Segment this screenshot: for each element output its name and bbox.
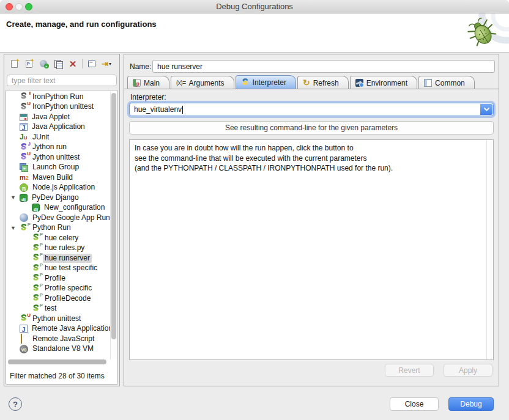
filter-status: Filter matched 28 of 30 items [10, 372, 105, 380]
revert-button[interactable]: Revert [385, 364, 434, 377]
tree-item-java-applet[interactable]: Java Applet [6, 112, 110, 122]
configurations-panel: ✦ P✦ ▸ ✕ ⇥ ▾ [4, 54, 120, 386]
tree-item-profiledecode[interactable]: P ProfileDecode [6, 293, 110, 304]
toolbar-separator [82, 59, 83, 68]
tree-item-jython-unittest[interactable]: U Jython unittest [6, 152, 110, 163]
remote-java-icon: J [20, 325, 28, 333]
java-application-icon: J [20, 123, 28, 131]
expander-icon[interactable]: ▼ [10, 194, 16, 201]
tab-refresh[interactable]: ↻ Refresh [297, 76, 349, 89]
interpreter-tab-icon [241, 78, 250, 87]
tree-item-profile-specific[interactable]: P Profile specific [6, 284, 110, 294]
apply-button[interactable]: Apply [444, 364, 492, 377]
title-bar: Debug Configurations [0, 0, 509, 13]
tree-item-python-unittest[interactable]: U Python unittest [6, 314, 110, 324]
chevron-down-icon [484, 108, 489, 111]
tree-item-remote-java-application[interactable]: J Remote Java Application [6, 324, 110, 334]
expander-icon[interactable]: ▼ [10, 225, 16, 231]
tree-item-hue-celery[interactable]: P hue celery [6, 233, 110, 243]
delete-icon: ✕ [69, 59, 77, 68]
tree-item-pydev-google-app-run[interactable]: PyDev Google App Run [6, 213, 110, 223]
nodejs-icon: n [20, 183, 28, 192]
tree-item-ironpython-run[interactable]: I IronPython Run [6, 92, 110, 102]
export-configurations-button[interactable]: ▸ [36, 57, 51, 70]
collapse-all-button[interactable] [84, 57, 99, 70]
configuration-detail-panel: Name: p Main (x)= Arguments Interpreter … [124, 54, 499, 386]
filter-configurations-button[interactable]: ⇥ ▾ [99, 57, 114, 70]
new-configuration-button[interactable]: ✦ [7, 57, 21, 70]
refresh-tab-icon: ↻ [303, 79, 310, 87]
tree-item-standalone-v8-vm[interactable]: V8 Standalone V8 VM [6, 344, 110, 355]
tree-item-hue-runserver[interactable]: P hue runserver [6, 253, 110, 263]
tree-vertical-scrollbar-thumb[interactable] [111, 93, 116, 339]
python-run-icon: P [32, 244, 40, 252]
interpreter-combo[interactable]: hue_virtualenv [129, 103, 494, 116]
python-run-icon: P [32, 284, 40, 293]
tab-common[interactable]: Common [418, 76, 475, 89]
filter-input[interactable] [7, 75, 117, 86]
jython-unittest-icon: U [20, 153, 28, 161]
minimize-window-button[interactable] [15, 3, 23, 10]
new-configuration-icon: ✦ [11, 60, 18, 68]
tab-main[interactable]: p Main [127, 76, 169, 89]
window-title: Debug Configurations [216, 2, 293, 11]
tree-item-pydev-django[interactable]: ▼ dj PyDev Django [6, 193, 110, 203]
arguments-tab-icon: (x)= [176, 79, 186, 86]
help-button[interactable]: ? [9, 397, 22, 411]
see-command-line-button[interactable]: See resulting command-line for the given… [129, 121, 494, 134]
dropdown-caret-icon: ▾ [109, 61, 111, 67]
dialog-header: Create, manage, and run configurations [0, 13, 509, 53]
tree-horizontal-scrollbar-thumb[interactable] [8, 359, 106, 364]
interpreter-combo-dropdown-button[interactable] [480, 104, 492, 115]
tree-item-maven-build[interactable]: m2 Maven Build [6, 172, 110, 183]
common-tab-icon [424, 79, 432, 87]
tree-item-java-application[interactable]: J Java Application [6, 122, 110, 133]
export-icon: ▸ [40, 60, 47, 67]
maven-build-icon: m2 [20, 173, 28, 182]
tree-item-hue-rules-py[interactable]: P hue rules.py [6, 243, 110, 254]
tree-item-python-run[interactable]: ▼ P Python Run [6, 223, 110, 234]
debug-button[interactable]: Debug [448, 397, 494, 411]
tree-item-nodejs-application[interactable]: n Node.js Application [6, 183, 110, 193]
name-input[interactable] [152, 60, 495, 73]
close-window-button[interactable] [6, 3, 13, 10]
python-run-icon: P [32, 294, 40, 303]
tree-item-hue-test-specific[interactable]: P hue test specific [6, 263, 110, 274]
tree-item-new-configuration[interactable]: dj New_configuration [6, 203, 110, 213]
python-unittest-icon: U [20, 314, 28, 323]
duplicate-icon [54, 60, 62, 68]
tab-environment[interactable]: Environment [350, 76, 417, 89]
close-button[interactable]: Close [390, 397, 439, 411]
filter-icon: ⇥ [102, 59, 108, 68]
configurations-tree: I IronPython Run U IronPython unittest J… [6, 90, 118, 385]
tree-item-ironpython-unittest[interactable]: U IronPython unittest [6, 102, 110, 112]
tree-item-profile[interactable]: P Profile [6, 273, 110, 284]
new-prototype-button[interactable]: P✦ [21, 57, 36, 70]
django-icon: dj [20, 194, 28, 202]
command-line-info-area[interactable]: In case you are in doubt how will the ru… [129, 139, 494, 360]
tab-arguments[interactable]: (x)= Arguments [171, 76, 234, 89]
python-run-icon: P [32, 304, 40, 313]
info-vertical-scrollbar[interactable] [486, 140, 493, 359]
launch-group-icon [20, 163, 28, 172]
tree-item-jython-run[interactable]: J Jython run [6, 142, 110, 153]
tab-interpreter[interactable]: Interpreter [236, 75, 296, 89]
tree-item-launch-group[interactable]: Launch Group [6, 163, 110, 173]
delete-configuration-button[interactable]: ✕ [65, 57, 80, 70]
zoom-window-button[interactable] [25, 3, 32, 10]
tree-item-remote-javascript[interactable]: Remote JavaScript [6, 334, 110, 344]
python-run-icon: P [20, 224, 28, 232]
debug-configurations-window: Debug Configurations Create, manage, and… [0, 0, 509, 420]
python-run-icon: P [32, 264, 40, 273]
tree-vertical-scrollbar[interactable] [110, 92, 117, 359]
tree-horizontal-scrollbar[interactable] [8, 359, 106, 364]
collapse-all-icon [88, 61, 95, 67]
info-text: In case you are in doubt how will the ru… [135, 143, 480, 174]
python-run-icon: P [32, 234, 40, 242]
tree-item-test[interactable]: P test [6, 304, 110, 314]
interpreter-value: hue_virtualenv [130, 105, 182, 114]
tree-item-junit[interactable]: JU JUnit [6, 132, 110, 142]
interpreter-label: Interpreter: [130, 93, 166, 101]
duplicate-configuration-button[interactable] [51, 57, 65, 70]
remote-javascript-icon [20, 334, 28, 343]
